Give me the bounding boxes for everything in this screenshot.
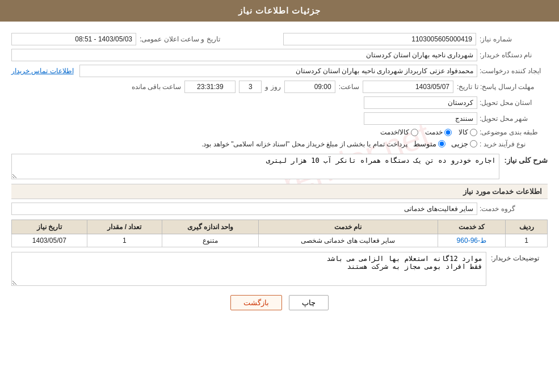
kala-khedmat-label: کالا/خدمت xyxy=(380,128,409,136)
shahr-value: سنندج xyxy=(364,112,477,125)
cell-count: 1 xyxy=(87,234,162,247)
col-unit: واحد اندازه گيری xyxy=(162,220,259,234)
cell-name: ساير فعاليت های خدماتی شخصی xyxy=(259,234,438,247)
sharh-niaz-textarea[interactable]: اجاره خودرو ده تن يک دستگاه همراه تانکر … xyxy=(11,154,499,179)
name-dastgah-value: شهرداری ناحيه بهاران استان کردستان xyxy=(11,49,477,61)
kala-radio[interactable] xyxy=(470,129,477,136)
print-button[interactable]: چاپ xyxy=(289,295,329,310)
motavaset-radio-item: متوسط xyxy=(413,140,445,148)
goroh-khedmat-label: گروه خدمت: xyxy=(480,205,548,213)
remaining-label: ساعت باقی مانده xyxy=(132,83,182,91)
back-button[interactable]: بازگشت xyxy=(230,295,282,310)
tarikh-saaat-label: تاريخ و ساعت اعلان عمومی: xyxy=(140,35,220,43)
shahr-label: شهر محل تحويل: xyxy=(480,115,548,123)
col-name: نام خدمت xyxy=(259,220,438,234)
services-table: رديف کد خدمت نام خدمت واحد اندازه گيری ت… xyxy=(11,220,548,247)
name-dastgah-label: نام دستگاه خريدار: xyxy=(480,51,548,59)
tafzih-textarea[interactable]: موارد 12گانه استعلام بها الزامی می باشد … xyxy=(11,252,486,286)
khedmat-radio[interactable] xyxy=(444,129,452,136)
saat-label: ساعت: xyxy=(339,83,359,91)
saat-value: 09:00 xyxy=(284,81,335,93)
rooz-label: روز و xyxy=(265,83,280,91)
sharh-niaz-title: شرح کلی نياز: xyxy=(504,154,548,167)
jozii-radio[interactable] xyxy=(470,140,477,147)
cell-unit: متنوع xyxy=(162,234,259,247)
remaining-value: 23:31:39 xyxy=(184,81,236,93)
motavaset-radio[interactable] xyxy=(438,140,445,147)
kala-label: کالا xyxy=(459,128,468,136)
mohlet-ersal-label: مهلت ارسال پاسخ: تا تاريخ: xyxy=(457,83,548,91)
col-date: تاريخ نياز xyxy=(12,220,87,234)
tarikh-saaat-value: 1403/05/03 - 08:51 xyxy=(11,33,136,45)
cell-code: ط-96-960 xyxy=(438,234,505,247)
ostan-label: استان محل تحويل: xyxy=(480,99,548,107)
shenmareh-niaz-value: 1103005605000419 xyxy=(283,33,476,45)
ettelaat-khadamat-title: اطلاعات خدمات مورد نياز xyxy=(11,184,548,199)
col-radif: رديف xyxy=(506,220,548,234)
shenmareh-niaz-label: شماره نياز: xyxy=(480,35,548,43)
header-title: جزئيات اطلاعات نياز xyxy=(238,6,321,15)
ettelaat-link[interactable]: اطلاعات تماس خريدار xyxy=(11,67,74,75)
kala-khedmat-radio-item: کالا/خدمت xyxy=(380,128,418,136)
rooz-value: 3 xyxy=(239,81,262,93)
ijad-konandeh-label: ايجاد کننده درخواست: xyxy=(480,67,548,75)
goroh-khedmat-value: ساير فعاليت‌های خدماتی xyxy=(11,203,477,215)
nooe-farayand-note: پرداخت تمام يا بخشی از مبلغ خريداز محل "… xyxy=(201,140,407,148)
col-count: تعداد / مقدار xyxy=(87,220,162,234)
jozii-radio-item: جزيی xyxy=(451,140,477,148)
ijad-konandeh-value: محمدفواد عزتی کاربرداز شهرداری ناحيه بها… xyxy=(79,65,477,77)
ostan-value: کردستان xyxy=(364,96,477,109)
table-row: 1ط-96-960ساير فعاليت های خدماتی شخصیمتنو… xyxy=(12,234,548,247)
tafzih-label: توضيحات خريدار: xyxy=(491,252,548,262)
tabaqe-radio-group: کالا خدمت کالا/خدمت xyxy=(380,128,477,136)
motavaset-label: متوسط xyxy=(413,140,436,148)
page-header: جزئيات اطلاعات نياز xyxy=(0,0,559,22)
col-code: کد خدمت xyxy=(438,220,505,234)
jozii-label: جزيی xyxy=(451,140,468,148)
kala-radio-item: کالا xyxy=(459,128,477,136)
kala-khedmat-radio[interactable] xyxy=(411,129,418,136)
buttons-row: چاپ بازگشت xyxy=(11,295,548,310)
khedmat-radio-item: خدمت xyxy=(425,128,452,136)
cell-date: 1403/05/07 xyxy=(12,234,87,247)
date-value: 1403/05/07 xyxy=(363,81,453,93)
khedmat-label: خدمت xyxy=(425,128,443,136)
cell-radif: 1 xyxy=(506,234,548,247)
nooe-farayand-label: نوع فرآيند خريد : xyxy=(480,140,548,148)
tabaqe-label: طبقه بندی موضوعی: xyxy=(480,128,548,136)
